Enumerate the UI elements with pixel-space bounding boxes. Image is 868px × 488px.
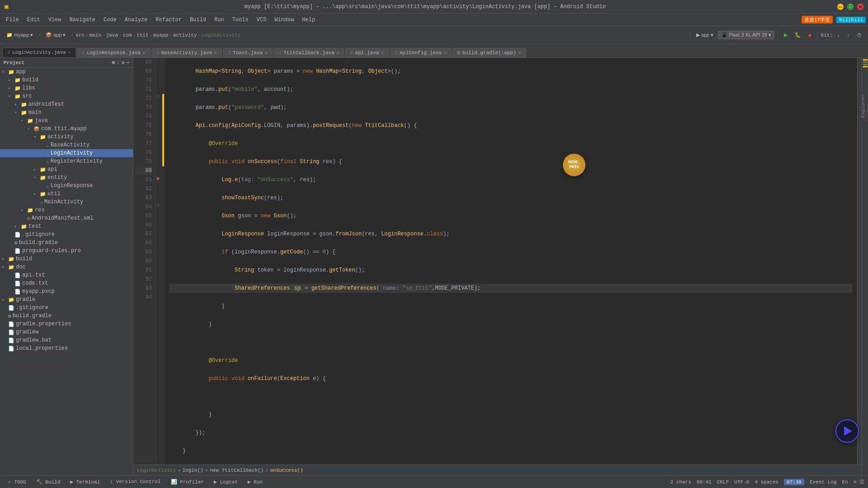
tab-loginactivity[interactable]: J LoginActivity.java ✕ — [2, 47, 76, 57]
menu-view[interactable]: View — [45, 16, 65, 24]
sidebar-btn4[interactable]: — — [126, 60, 129, 66]
tree-loginactivity[interactable]: ▸ ☕ LoginActivity — [0, 149, 133, 157]
sidebar-btn3[interactable]: ⚙ — [122, 60, 125, 66]
tab-ttitcallback[interactable]: J TtitCallback.java ✕ — [274, 48, 344, 57]
tab-build[interactable]: 🔨 Build — [32, 478, 65, 486]
tree-entity-folder[interactable]: ▾ 📁 entity — [0, 174, 133, 182]
status-crlf[interactable]: CRLF — [717, 479, 729, 485]
menu-run[interactable]: Run — [211, 16, 228, 24]
tree-baseactivity[interactable]: ▸ ☕ BaseActivity — [0, 141, 133, 149]
tree-gradlew-bat[interactable]: ▸ 📄 gradlew.bat — [0, 336, 133, 344]
tree-doc[interactable]: ▾ 📁 doc — [0, 263, 133, 271]
tree-build2[interactable]: ▸ 📁 build — [0, 255, 133, 263]
module-selector[interactable]: 📦 app ▾ — [43, 31, 68, 39]
tab-baseactivity[interactable]: J BaseActivity.java ✕ — [151, 48, 222, 57]
tree-androidtest[interactable]: ▸ 📁 androidTest — [0, 100, 133, 108]
tree-buildgradle-app[interactable]: ▸ ⚙ build.gradle — [0, 239, 133, 247]
tree-app[interactable]: ▾ 📁 app — [0, 68, 133, 76]
menu-code[interactable]: Code — [100, 16, 120, 24]
minimize-button[interactable]: ─ — [837, 4, 844, 10]
project-selector[interactable]: 📁 myapp ▾ — [4, 31, 36, 39]
tab-toast[interactable]: J Toast.java ✕ — [223, 48, 273, 57]
tab-logcat[interactable]: ▶ Logcat — [209, 478, 242, 486]
tab-close-loginactivity[interactable]: ✕ — [68, 50, 71, 55]
bc-login[interactable]: login() — [182, 468, 203, 473]
close-button[interactable]: ✕ — [857, 4, 863, 10]
tree-activity-folder[interactable]: ▾ 📁 activity — [0, 133, 133, 141]
status-encoding[interactable]: UTF-8 — [734, 479, 749, 485]
tree-registeractivity[interactable]: ▸ ☕ RegisterActivity — [0, 157, 133, 165]
tab-terminal[interactable]: ▶ Terminal — [66, 478, 104, 486]
tab-buildgradle[interactable]: G build.gradle(:app) ✕ — [453, 48, 526, 57]
tree-androidmanifest[interactable]: ▸ ⚙ AndroidManifest.xml — [0, 214, 133, 222]
tree-build[interactable]: ▸ 📁 build — [0, 76, 133, 84]
tab-profiler[interactable]: 📊 Profiler — [166, 478, 208, 486]
tree-loginresponse-file[interactable]: ▸ ☕ LoginResponse — [0, 182, 133, 190]
explorer-tab[interactable]: Explorer — [859, 90, 868, 122]
menu-refactor[interactable]: Refactor — [152, 16, 185, 24]
tab-apiconfig[interactable]: J ApiConfig.java ✕ — [390, 48, 451, 57]
stop-button[interactable]: ■ — [806, 31, 814, 39]
tree-gradlew[interactable]: ▸ 📄 gradlew — [0, 328, 133, 336]
menu-window[interactable]: Window — [271, 16, 297, 24]
tree-myapp-pxcp[interactable]: ▸ 📄 myapp.pxcp — [0, 287, 133, 296]
tree-libs[interactable]: ▸ 📁 libs — [0, 84, 133, 92]
tree-test-folder[interactable]: ▸ 📁 test — [0, 222, 133, 230]
sidebar-btn2[interactable]: ↕ — [117, 60, 120, 66]
tab-close-bg[interactable]: ✕ — [519, 50, 521, 56]
menu-navigate[interactable]: Navigate — [66, 16, 99, 24]
tree-buildgradle2[interactable]: ▸ ⚙ build.gradle — [0, 312, 133, 320]
menu-edit[interactable]: Edit — [24, 16, 44, 24]
tab-loginresponse[interactable]: J LoginResponse.java ✕ — [77, 48, 151, 57]
tree-com-ttit-myapp[interactable]: ▾ 📦 com.ttit.myapp — [0, 125, 133, 133]
tree-gradle-root[interactable]: ▸ 📁 gradle — [0, 296, 133, 304]
status-lang[interactable]: En — [842, 479, 848, 485]
tab-close-tc[interactable]: ✕ — [336, 50, 339, 56]
tab-todo[interactable]: ✓ TODO — [4, 478, 31, 486]
tree-java[interactable]: ▾ 📁 java — [0, 117, 133, 125]
tree-api-folder[interactable]: ▸ 📁 api — [0, 165, 133, 174]
tree-proguard[interactable]: ▸ 📄 proguard-rules.pro — [0, 247, 133, 255]
status-position[interactable]: 80:41 — [697, 479, 712, 485]
git-push-button[interactable]: ↑ — [844, 31, 853, 39]
tab-close-ba[interactable]: ✕ — [214, 50, 217, 56]
sidebar-btn1[interactable]: ⊕ — [112, 60, 115, 66]
menu-help[interactable]: Help — [298, 16, 319, 24]
code-content[interactable]: HashMap<String, Object> params = new Has… — [165, 58, 857, 465]
menu-vcs[interactable]: VCS — [253, 16, 270, 24]
debug-button[interactable]: 🐛 — [792, 31, 804, 39]
run-config-selector[interactable]: ▶ app ▾ — [693, 31, 716, 39]
tree-src[interactable]: ▾ 📁 src — [0, 92, 133, 100]
tab-close-api[interactable]: ✕ — [381, 50, 384, 56]
tab-run[interactable]: ▶ Run — [243, 478, 267, 486]
event-log-btn[interactable]: Event Log — [810, 479, 836, 485]
floating-video-button[interactable] — [835, 419, 859, 443]
bc-loginactivity[interactable]: LoginActivity — [137, 468, 176, 473]
tree-local-props[interactable]: ▸ 📄 local.properties — [0, 344, 133, 352]
bc-onsuccess[interactable]: onSuccess() — [270, 468, 303, 473]
tree-main[interactable]: ▾ 📁 main — [0, 108, 133, 117]
run-button[interactable]: ▶ — [781, 31, 790, 39]
git-update-button[interactable]: ↓ — [835, 31, 843, 39]
device-selector[interactable]: 📱 Pixel 3 XL API 29 ▾ — [718, 31, 774, 39]
tree-gitignore1[interactable]: ▸ 📄 .gitignore — [0, 230, 133, 239]
tree-res-folder[interactable]: ▸ 📁 res — [0, 206, 133, 214]
tab-api[interactable]: J Api.java ✕ — [345, 48, 389, 57]
maximize-button[interactable]: □ — [847, 4, 854, 10]
tree-code-txt[interactable]: ▸ 📄 code.txt — [0, 279, 133, 287]
tab-close-ac[interactable]: ✕ — [444, 50, 447, 56]
menu-analyze[interactable]: Analyze — [121, 16, 151, 24]
tab-close-lr[interactable]: ✕ — [143, 50, 146, 56]
status-chars[interactable]: 2 chars — [670, 479, 691, 485]
tree-mainactivity[interactable]: ▸ ☕ MainActivity — [0, 198, 133, 206]
git-history-button[interactable]: ⏱ — [854, 31, 864, 39]
tree-util-folder[interactable]: ▸ 📁 util — [0, 190, 133, 198]
tree-gradle-props[interactable]: ▸ 📄 gradle.properties — [0, 320, 133, 328]
status-indent[interactable]: 4 spaces — [755, 479, 778, 485]
tab-versioncontrol[interactable]: ↕ Version Control — [105, 478, 165, 486]
code-area[interactable]: 68 69 70 71 72 73 74 75 76 77 78 79 80 8… — [133, 58, 862, 465]
tree-gitignore2[interactable]: ▸ 📄 .gitignore — [0, 304, 133, 312]
menu-tools[interactable]: Tools — [229, 16, 252, 24]
menu-file[interactable]: File — [2, 16, 23, 24]
menu-build[interactable]: Build — [186, 16, 210, 24]
